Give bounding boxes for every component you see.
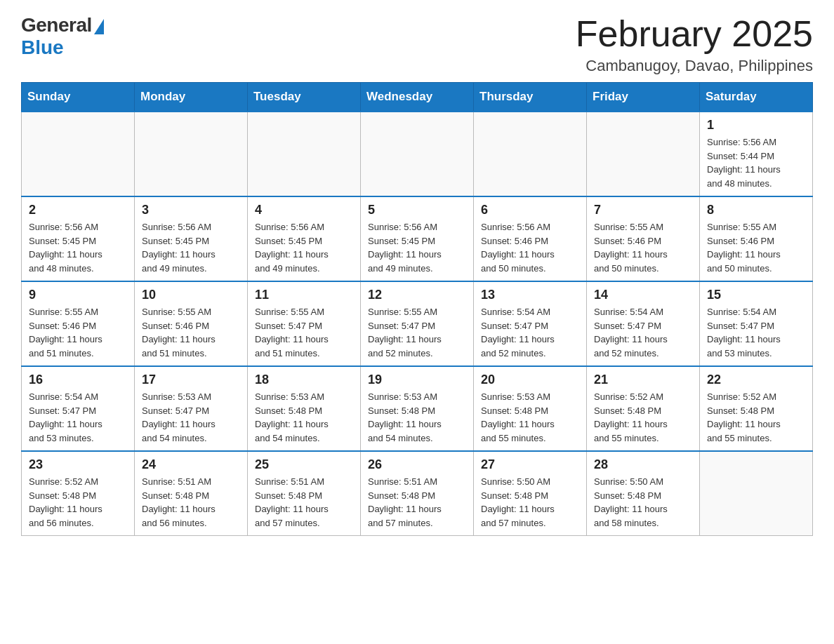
calendar-cell: 21Sunrise: 5:52 AMSunset: 5:48 PMDayligh…: [587, 366, 700, 451]
page-header: General Blue February 2025 Cambanugoy, D…: [21, 14, 813, 75]
day-info: Sunrise: 5:55 AMSunset: 5:46 PMDaylight:…: [707, 220, 805, 275]
day-number: 1: [707, 118, 805, 133]
calendar-cell: 10Sunrise: 5:55 AMSunset: 5:46 PMDayligh…: [135, 281, 248, 366]
calendar-cell: [700, 451, 813, 536]
calendar-body: 1Sunrise: 5:56 AMSunset: 5:44 PMDaylight…: [22, 112, 813, 536]
day-info: Sunrise: 5:50 AMSunset: 5:48 PMDaylight:…: [481, 475, 579, 530]
day-info: Sunrise: 5:51 AMSunset: 5:48 PMDaylight:…: [368, 475, 466, 530]
header-sunday: Sunday: [22, 83, 135, 112]
day-number: 22: [707, 373, 805, 387]
day-info: Sunrise: 5:55 AMSunset: 5:47 PMDaylight:…: [255, 305, 353, 360]
day-info: Sunrise: 5:53 AMSunset: 5:48 PMDaylight:…: [368, 390, 466, 445]
calendar-cell: 18Sunrise: 5:53 AMSunset: 5:48 PMDayligh…: [248, 366, 361, 451]
calendar-cell: 11Sunrise: 5:55 AMSunset: 5:47 PMDayligh…: [248, 281, 361, 366]
day-info: Sunrise: 5:55 AMSunset: 5:47 PMDaylight:…: [368, 305, 466, 360]
logo: General Blue: [21, 14, 104, 59]
day-number: 4: [255, 203, 353, 217]
day-number: 26: [368, 457, 466, 472]
day-info: Sunrise: 5:54 AMSunset: 5:47 PMDaylight:…: [594, 305, 692, 360]
day-number: 23: [29, 457, 127, 472]
day-number: 19: [368, 373, 466, 387]
day-number: 7: [594, 203, 692, 217]
calendar-cell: 19Sunrise: 5:53 AMSunset: 5:48 PMDayligh…: [361, 366, 474, 451]
calendar-cell: 25Sunrise: 5:51 AMSunset: 5:48 PMDayligh…: [248, 451, 361, 536]
day-info: Sunrise: 5:54 AMSunset: 5:47 PMDaylight:…: [481, 305, 579, 360]
day-info: Sunrise: 5:56 AMSunset: 5:44 PMDaylight:…: [707, 135, 805, 190]
calendar-cell: 9Sunrise: 5:55 AMSunset: 5:46 PMDaylight…: [22, 281, 135, 366]
week-row-5: 23Sunrise: 5:52 AMSunset: 5:48 PMDayligh…: [22, 451, 813, 536]
header-friday: Friday: [587, 83, 700, 112]
calendar-cell: 20Sunrise: 5:53 AMSunset: 5:48 PMDayligh…: [474, 366, 587, 451]
day-number: 17: [142, 373, 240, 387]
logo-general-text: General: [21, 14, 92, 36]
day-number: 11: [255, 288, 353, 302]
day-number: 20: [481, 373, 579, 387]
calendar-cell: 22Sunrise: 5:52 AMSunset: 5:48 PMDayligh…: [700, 366, 813, 451]
day-info: Sunrise: 5:52 AMSunset: 5:48 PMDaylight:…: [707, 390, 805, 445]
day-info: Sunrise: 5:51 AMSunset: 5:48 PMDaylight:…: [142, 475, 240, 530]
day-info: Sunrise: 5:53 AMSunset: 5:48 PMDaylight:…: [481, 390, 579, 445]
day-info: Sunrise: 5:54 AMSunset: 5:47 PMDaylight:…: [29, 390, 127, 445]
day-number: 9: [29, 288, 127, 302]
calendar-cell: 8Sunrise: 5:55 AMSunset: 5:46 PMDaylight…: [700, 196, 813, 281]
calendar-cell: 28Sunrise: 5:50 AMSunset: 5:48 PMDayligh…: [587, 451, 700, 536]
day-number: 16: [29, 373, 127, 387]
calendar-header: Sunday Monday Tuesday Wednesday Thursday…: [22, 83, 813, 112]
calendar-cell: 24Sunrise: 5:51 AMSunset: 5:48 PMDayligh…: [135, 451, 248, 536]
day-number: 18: [255, 373, 353, 387]
day-number: 24: [142, 457, 240, 472]
day-info: Sunrise: 5:51 AMSunset: 5:48 PMDaylight:…: [255, 475, 353, 530]
day-info: Sunrise: 5:56 AMSunset: 5:46 PMDaylight:…: [481, 220, 579, 275]
calendar-cell: [587, 112, 700, 196]
calendar-cell: [22, 112, 135, 196]
day-number: 3: [142, 203, 240, 217]
month-title: February 2025: [576, 14, 813, 54]
day-info: Sunrise: 5:52 AMSunset: 5:48 PMDaylight:…: [29, 475, 127, 530]
calendar-cell: 7Sunrise: 5:55 AMSunset: 5:46 PMDaylight…: [587, 196, 700, 281]
day-number: 21: [594, 373, 692, 387]
header-saturday: Saturday: [700, 83, 813, 112]
week-row-3: 9Sunrise: 5:55 AMSunset: 5:46 PMDaylight…: [22, 281, 813, 366]
location-subtitle: Cambanugoy, Davao, Philippines: [576, 57, 813, 75]
day-number: 27: [481, 457, 579, 472]
day-number: 8: [707, 203, 805, 217]
day-info: Sunrise: 5:54 AMSunset: 5:47 PMDaylight:…: [707, 305, 805, 360]
calendar-cell: 27Sunrise: 5:50 AMSunset: 5:48 PMDayligh…: [474, 451, 587, 536]
day-info: Sunrise: 5:56 AMSunset: 5:45 PMDaylight:…: [142, 220, 240, 275]
calendar-cell: 17Sunrise: 5:53 AMSunset: 5:47 PMDayligh…: [135, 366, 248, 451]
calendar-cell: [361, 112, 474, 196]
day-info: Sunrise: 5:55 AMSunset: 5:46 PMDaylight:…: [594, 220, 692, 275]
calendar-cell: 16Sunrise: 5:54 AMSunset: 5:47 PMDayligh…: [22, 366, 135, 451]
calendar-cell: 14Sunrise: 5:54 AMSunset: 5:47 PMDayligh…: [587, 281, 700, 366]
week-row-2: 2Sunrise: 5:56 AMSunset: 5:45 PMDaylight…: [22, 196, 813, 281]
day-number: 28: [594, 457, 692, 472]
calendar-cell: 4Sunrise: 5:56 AMSunset: 5:45 PMDaylight…: [248, 196, 361, 281]
logo-triangle-icon: [94, 19, 104, 34]
day-number: 14: [594, 288, 692, 302]
day-info: Sunrise: 5:50 AMSunset: 5:48 PMDaylight:…: [594, 475, 692, 530]
calendar-cell: 12Sunrise: 5:55 AMSunset: 5:47 PMDayligh…: [361, 281, 474, 366]
week-row-4: 16Sunrise: 5:54 AMSunset: 5:47 PMDayligh…: [22, 366, 813, 451]
day-number: 15: [707, 288, 805, 302]
day-number: 6: [481, 203, 579, 217]
day-info: Sunrise: 5:56 AMSunset: 5:45 PMDaylight:…: [368, 220, 466, 275]
day-info: Sunrise: 5:52 AMSunset: 5:48 PMDaylight:…: [594, 390, 692, 445]
day-info: Sunrise: 5:56 AMSunset: 5:45 PMDaylight:…: [255, 220, 353, 275]
day-number: 12: [368, 288, 466, 302]
day-number: 10: [142, 288, 240, 302]
calendar-cell: 1Sunrise: 5:56 AMSunset: 5:44 PMDaylight…: [700, 112, 813, 196]
day-number: 5: [368, 203, 466, 217]
day-info: Sunrise: 5:55 AMSunset: 5:46 PMDaylight:…: [142, 305, 240, 360]
calendar-cell: [135, 112, 248, 196]
header-row: Sunday Monday Tuesday Wednesday Thursday…: [22, 83, 813, 112]
week-row-1: 1Sunrise: 5:56 AMSunset: 5:44 PMDaylight…: [22, 112, 813, 196]
calendar-table: Sunday Monday Tuesday Wednesday Thursday…: [21, 82, 813, 536]
calendar-cell: 6Sunrise: 5:56 AMSunset: 5:46 PMDaylight…: [474, 196, 587, 281]
logo-blue-text: Blue: [21, 36, 64, 59]
calendar-cell: 15Sunrise: 5:54 AMSunset: 5:47 PMDayligh…: [700, 281, 813, 366]
header-monday: Monday: [135, 83, 248, 112]
calendar-cell: 26Sunrise: 5:51 AMSunset: 5:48 PMDayligh…: [361, 451, 474, 536]
calendar-cell: 5Sunrise: 5:56 AMSunset: 5:45 PMDaylight…: [361, 196, 474, 281]
calendar-cell: [248, 112, 361, 196]
header-tuesday: Tuesday: [248, 83, 361, 112]
